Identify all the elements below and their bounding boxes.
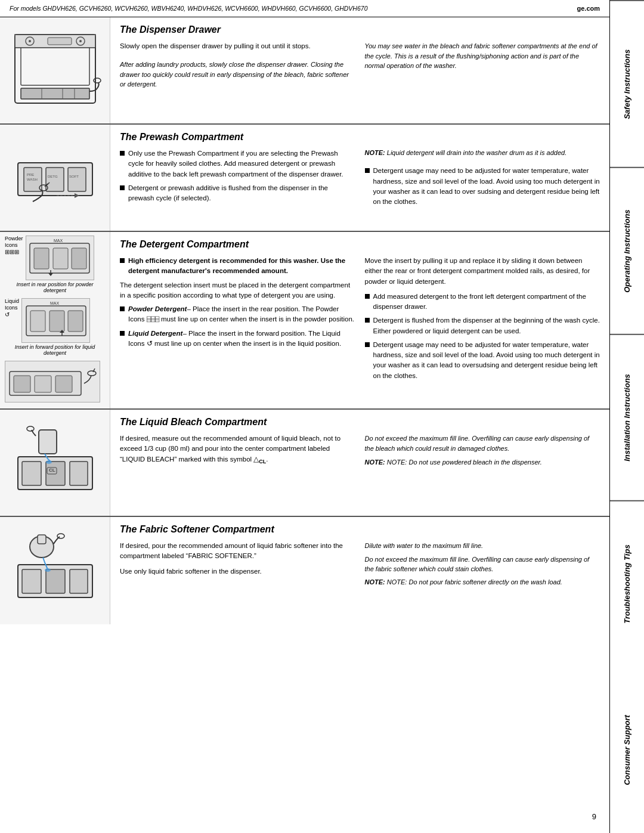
detergent-title: The Detergent Compartment <box>120 239 600 250</box>
svg-point-57 <box>45 568 51 572</box>
prewash-note: NOTE: Liquid detergent will drain into t… <box>365 148 600 157</box>
sidebar-safety-label: Safety Instructions <box>623 49 631 119</box>
detergent-right-bullet1: Add measured detergent to the front left… <box>365 292 600 312</box>
sidebar-troubleshooting: Troubleshooting Tips <box>610 500 644 667</box>
fabric-softener-content: The Fabric Softener Compartment If desir… <box>110 517 609 624</box>
svg-rect-33 <box>68 311 83 332</box>
bleach-section: CL The Liquid Bleach Compartment If desi… <box>0 410 609 517</box>
bullet-icon <box>365 168 370 173</box>
svg-rect-32 <box>49 311 64 332</box>
detergent-section: Powder Icons ⊞⊞⊞ MAX <box>0 232 609 410</box>
svg-text:MAX: MAX <box>54 239 63 243</box>
powder-bold: Powder Detergent <box>128 305 187 312</box>
bullet-icon <box>120 258 125 263</box>
dispenser-right-italic: You may see water in the bleach and fabr… <box>365 41 600 71</box>
svg-rect-38 <box>14 376 30 392</box>
right-sidebar: Safety Instructions Operating Instructio… <box>609 0 644 833</box>
note-label: NOTE: <box>365 459 387 466</box>
svg-rect-40 <box>55 376 72 392</box>
powder-icons: ⊞⊞⊞ <box>5 249 23 256</box>
prewash-note-text: Liquid detergent will drain into the was… <box>387 149 566 156</box>
fabric-text1: If desired, pour the recommended amount … <box>120 541 355 562</box>
fabric-softener-image <box>0 517 110 624</box>
bullet-icon <box>120 306 125 311</box>
powder-bullet: Powder Detergent– Place the insert in th… <box>120 304 355 325</box>
svg-text:SOFT: SOFT <box>69 175 79 178</box>
svg-rect-26 <box>72 248 86 269</box>
prewash-right-bullet1: Detergent usage may need to be adjusted … <box>365 166 600 207</box>
bleach-note: NOTE: NOTE: Do not use powdered bleach i… <box>365 458 600 467</box>
fabric-note: NOTE: NOTE: Do not pour fabric softener … <box>365 578 600 587</box>
insert-remove-image <box>5 361 100 402</box>
detergent-images: Powder Icons ⊞⊞⊞ MAX <box>0 232 110 408</box>
svg-point-47 <box>46 460 52 464</box>
svg-text:MAX: MAX <box>50 301 60 305</box>
bleach-note-text: NOTE: Do not use powdered bleach in the … <box>387 459 542 466</box>
svg-rect-43 <box>22 462 41 485</box>
svg-rect-24 <box>34 248 49 269</box>
liquid-bold: Liquid Detergent <box>128 330 182 337</box>
svg-text:PRE: PRE <box>27 173 34 176</box>
liquid-label-line1: Liquid <box>5 298 19 305</box>
fabric-right-italic2: Do not exceed the maximum fill line. Ove… <box>365 555 600 574</box>
svg-rect-44 <box>46 462 65 485</box>
bleach-title: The Liquid Bleach Compartment <box>120 417 600 428</box>
liquid-drawer-image: MAX <box>21 298 90 343</box>
detergent-bold-text: High efficiency detergent is recommended… <box>128 257 345 274</box>
dispenser-drawer-image <box>0 17 110 123</box>
liquid-bullet: Liquid Detergent– Place the insert in th… <box>120 329 355 349</box>
svg-rect-25 <box>53 248 68 269</box>
prewash-image: PRE WASH DETG SOFT <box>0 125 110 231</box>
powder-label-line1: Powder <box>5 236 23 242</box>
liquid-label-line2: Icons <box>5 305 19 311</box>
svg-rect-31 <box>30 311 45 332</box>
svg-rect-54 <box>70 569 88 593</box>
powder-image-area: Powder Icons ⊞⊞⊞ MAX <box>5 236 105 293</box>
svg-point-58 <box>57 534 64 538</box>
dispenser-drawer-title: The Dispenser Drawer <box>120 24 600 35</box>
brand-logo: ge.com <box>577 5 600 12</box>
prewash-section: PRE WASH DETG SOFT The Prewash Compartme… <box>0 125 609 232</box>
liquid-caption: Insert in forward position for liquid de… <box>5 344 105 356</box>
sidebar-installation: Installation Instructions <box>610 334 644 501</box>
liquid-image-area: Liquid Icons ↺ MAX <box>5 298 105 356</box>
detergent-right-bullet2: Detergent is flushed from the dispenser … <box>365 315 600 336</box>
bleach-left-text: If desired, measure out the recommended … <box>120 433 355 466</box>
fabric-text2: Use only liquid fabric softener in the d… <box>120 566 355 577</box>
liquid-label: Liquid Icons ↺ <box>5 298 19 318</box>
prewash-right-text: Detergent usage may need to be adjusted … <box>373 166 600 207</box>
svg-rect-56 <box>38 535 46 544</box>
dispenser-left-italic: After adding laundry products, slowly cl… <box>120 60 355 89</box>
bullet-icon <box>365 294 370 299</box>
detergent-intro: The detergent selection insert must be p… <box>120 280 355 301</box>
svg-text:CL: CL <box>49 467 55 473</box>
svg-point-41 <box>88 371 96 376</box>
models-text: For models GHDVH626, GCVH6260, WCVH6260,… <box>10 5 577 12</box>
bleach-right-italic1: Do not exceed the maximum fill line. Ove… <box>365 433 600 453</box>
note-label: NOTE: <box>365 149 387 156</box>
dispenser-drawer-content: The Dispenser Drawer Slowly open the dis… <box>110 17 609 123</box>
svg-rect-8 <box>21 88 89 99</box>
liquid-icons: ↺ <box>5 311 19 318</box>
sidebar-operating-label: Operating Instructions <box>623 209 631 292</box>
bullet-icon <box>120 151 125 156</box>
detergent-content: The Detergent Compartment High efficienc… <box>110 232 609 408</box>
svg-rect-45 <box>70 462 88 485</box>
bullet-icon <box>120 185 125 190</box>
svg-text:DETG: DETG <box>48 175 58 178</box>
svg-rect-5 <box>48 38 72 45</box>
svg-rect-15 <box>46 168 64 191</box>
bleach-text-main: If desired, measure out the recommended … <box>120 435 340 463</box>
page-header: For models GHDVH626, GCVH6260, WCVH6260,… <box>0 0 609 17</box>
prewash-content: The Prewash Compartment Only use the Pre… <box>110 125 609 231</box>
fabric-softener-title: The Fabric Softener Compartment <box>120 524 600 535</box>
bullet-icon <box>365 342 370 347</box>
detergent-right-text1: Move the insert by pulling it up and rep… <box>365 256 600 287</box>
sidebar-operating: Operating Instructions <box>610 167 644 334</box>
svg-rect-52 <box>22 569 41 593</box>
fabric-softener-section: The Fabric Softener Compartment If desir… <box>0 517 609 624</box>
powder-caption: Insert in rear position for powder deter… <box>5 281 105 293</box>
detergent-right-bullet3: Detergent usage may need to be adjusted … <box>365 340 600 381</box>
powder-label: Powder Icons ⊞⊞⊞ <box>5 236 23 256</box>
svg-rect-46 <box>39 430 57 454</box>
